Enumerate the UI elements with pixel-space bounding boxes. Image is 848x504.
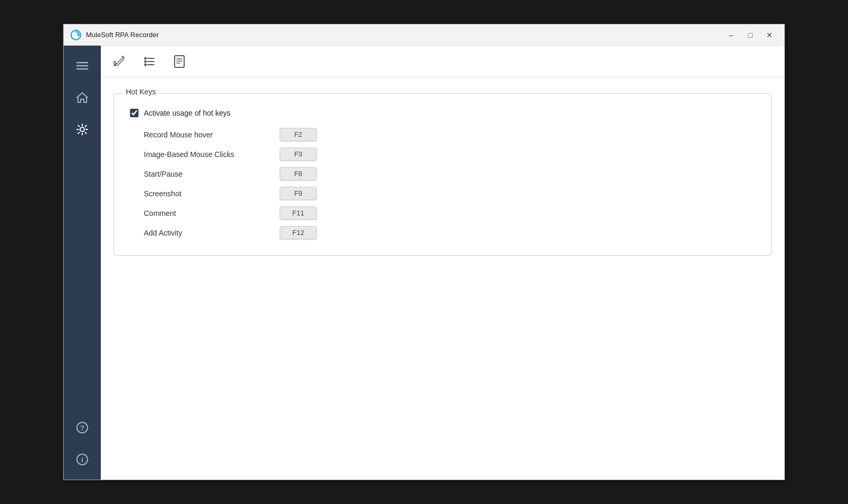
svg-marker-1 <box>77 33 79 37</box>
title-bar-controls: – □ ✕ <box>723 29 778 41</box>
content-area: Hot Keys Activate usage of hot keys Reco… <box>101 77 784 480</box>
activate-label[interactable]: Activate usage of hot keys <box>144 109 230 117</box>
app-body: ? i <box>64 46 784 480</box>
home-icon <box>75 90 90 105</box>
close-button[interactable]: ✕ <box>761 29 778 41</box>
sidebar-item-help[interactable]: ? <box>64 412 101 444</box>
help-icon: ? <box>75 420 90 435</box>
hotkey-row-screenshot: ScreenshotF9 <box>144 187 755 200</box>
hotkey-row-image-based-mouse-clicks: Image-Based Mouse ClicksF3 <box>144 147 755 161</box>
hotkey-row-add-activity: Add ActivityF12 <box>144 226 755 239</box>
hotkey-key-image-based-mouse-clicks[interactable]: F3 <box>280 147 317 161</box>
hotkey-label-start-pause: Start/Pause <box>144 170 271 178</box>
hotkey-row-comment: CommentF11 <box>144 206 755 220</box>
title-bar: MuleSoft RPA Recorder – □ ✕ <box>64 24 784 46</box>
title-bar-left: MuleSoft RPA Recorder <box>70 29 159 41</box>
hotkeys-section: Hot Keys Activate usage of hot keys Reco… <box>114 93 772 256</box>
hotkey-label-image-based-mouse-clicks: Image-Based Mouse Clicks <box>144 150 271 159</box>
list-icon <box>142 54 157 69</box>
svg-point-5 <box>80 127 84 132</box>
sidebar-item-home[interactable] <box>64 82 101 114</box>
hotkey-key-screenshot[interactable]: F9 <box>280 187 317 200</box>
main-area: Hot Keys Activate usage of hot keys Reco… <box>101 46 784 480</box>
minimize-button[interactable]: – <box>723 29 740 41</box>
svg-rect-17 <box>175 56 184 67</box>
svg-text:i: i <box>81 456 83 464</box>
app-logo-icon <box>70 29 82 41</box>
wrench-icon <box>113 54 127 69</box>
document-icon <box>172 54 187 69</box>
sidebar-item-settings[interactable] <box>64 114 101 145</box>
svg-point-16 <box>145 64 146 65</box>
svg-text:?: ? <box>80 424 84 432</box>
hotkey-label-comment: Comment <box>144 209 271 218</box>
hotkey-row-start-pause: Start/PauseF8 <box>144 167 755 180</box>
hotkey-key-record-mouse-hover[interactable]: F2 <box>280 128 317 141</box>
sidebar: ? i <box>64 46 101 480</box>
hotkey-key-comment[interactable]: F11 <box>280 206 317 220</box>
hotkeys-section-title: Hot Keys <box>123 88 159 96</box>
hotkey-label-add-activity: Add Activity <box>144 229 271 237</box>
svg-point-14 <box>145 57 146 59</box>
menu-icon <box>75 58 90 73</box>
app-title: MuleSoft RPA Recorder <box>86 31 159 39</box>
hotkey-key-start-pause[interactable]: F8 <box>280 167 317 180</box>
toolbar-btn-configure[interactable] <box>109 51 131 72</box>
svg-point-15 <box>145 60 146 62</box>
hotkey-key-add-activity[interactable]: F12 <box>280 226 317 239</box>
activate-checkbox[interactable] <box>130 109 139 117</box>
app-window: MuleSoft RPA Recorder – □ ✕ <box>63 24 785 480</box>
info-icon: i <box>75 452 90 467</box>
hotkey-label-screenshot: Screenshot <box>144 189 271 198</box>
hotkey-row-record-mouse-hover: Record Mouse hoverF2 <box>144 128 755 141</box>
activate-row: Activate usage of hot keys <box>130 109 755 117</box>
maximize-button[interactable]: □ <box>742 29 759 41</box>
toolbar-btn-report[interactable] <box>169 51 190 72</box>
toolbar-btn-activities[interactable] <box>139 51 160 72</box>
settings-icon <box>75 122 90 137</box>
toolbar <box>101 46 784 77</box>
sidebar-item-info[interactable]: i <box>64 444 101 475</box>
sidebar-item-menu[interactable] <box>64 50 101 82</box>
hotkey-rows: Record Mouse hoverF2Image-Based Mouse Cl… <box>130 128 755 239</box>
hotkey-label-record-mouse-hover: Record Mouse hover <box>144 131 271 139</box>
